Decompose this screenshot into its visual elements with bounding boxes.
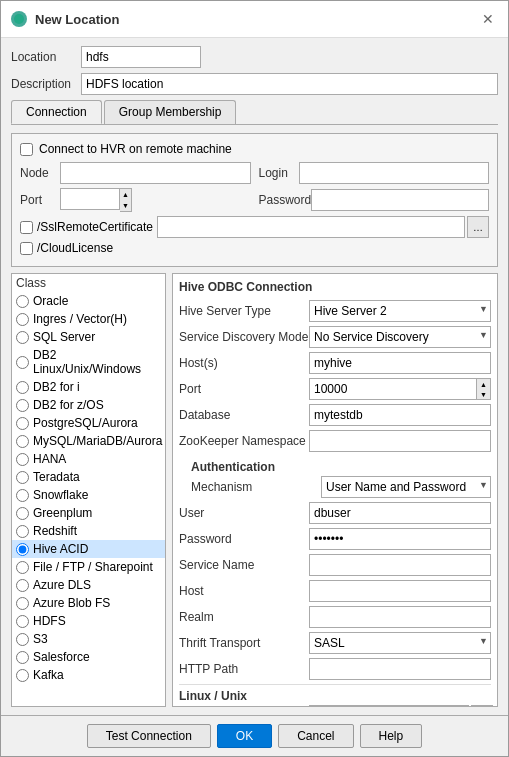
port-spin-down[interactable]: ▼ — [120, 200, 131, 211]
port-spin-buttons[interactable]: ▲ ▼ — [120, 188, 132, 212]
zookeeper-input[interactable] — [309, 430, 491, 452]
driver-mgr-browse-btn[interactable]: … — [471, 705, 493, 707]
test-connection-button[interactable]: Test Connection — [87, 724, 211, 748]
thrift-select[interactable]: SASL HTTP Binary — [309, 632, 491, 654]
discovery-select[interactable]: No Service Discovery ZooKeeper — [309, 326, 491, 348]
class-radio-mysql[interactable] — [16, 435, 29, 448]
class-radio-azure-dls[interactable] — [16, 579, 29, 592]
ssl-cert-browse-btn[interactable]: … — [467, 216, 489, 238]
class-item-file-ftp[interactable]: File / FTP / Sharepoint — [12, 558, 165, 576]
cloud-license-checkbox[interactable] — [20, 242, 33, 255]
tab-connection[interactable]: Connection — [11, 100, 102, 124]
main-area: Class Oracle Ingres / Vector(H) SQL Serv… — [11, 273, 498, 707]
help-button[interactable]: Help — [360, 724, 423, 748]
discovery-label: Service Discovery Mode — [179, 330, 309, 344]
remote-checkbox-row: Connect to HVR on remote machine — [20, 142, 489, 156]
thrift-label: Thrift Transport — [179, 636, 309, 650]
class-item-ingres[interactable]: Ingres / Vector(H) — [12, 310, 165, 328]
class-item-azure-dls[interactable]: Azure DLS — [12, 576, 165, 594]
port-spinbox: ▲ ▼ — [60, 188, 132, 212]
password-input[interactable] — [311, 189, 489, 211]
class-radio-s3[interactable] — [16, 633, 29, 646]
user-input[interactable] — [309, 502, 491, 524]
class-radio-snowflake[interactable] — [16, 489, 29, 502]
class-radio-redshift[interactable] — [16, 525, 29, 538]
class-item-oracle[interactable]: Oracle — [12, 292, 165, 310]
hive-password-row: Password — [179, 528, 491, 550]
remote-checkbox[interactable] — [20, 143, 33, 156]
discovery-select-wrap: No Service Discovery ZooKeeper — [309, 326, 491, 348]
class-item-db2-linux[interactable]: DB2 Linux/Unix/Windows — [12, 346, 165, 378]
class-radio-teradata[interactable] — [16, 471, 29, 484]
class-item-snowflake[interactable]: Snowflake — [12, 486, 165, 504]
class-item-db2-z[interactable]: DB2 for z/OS — [12, 396, 165, 414]
http-path-label: HTTP Path — [179, 662, 309, 676]
class-item-kafka[interactable]: Kafka — [12, 666, 165, 684]
class-item-azure-blob[interactable]: Azure Blob FS — [12, 594, 165, 612]
class-item-salesforce[interactable]: Salesforce — [12, 648, 165, 666]
login-pair: Login — [259, 162, 490, 184]
remote-checkbox-label: Connect to HVR on remote machine — [39, 142, 232, 156]
class-radio-hive-acid[interactable] — [16, 543, 29, 556]
class-radio-hana[interactable] — [16, 453, 29, 466]
database-label: Database — [179, 408, 309, 422]
hive-host-input[interactable] — [309, 580, 491, 602]
class-item-teradata[interactable]: Teradata — [12, 468, 165, 486]
port-input[interactable] — [60, 188, 120, 210]
hive-password-label: Password — [179, 532, 309, 546]
database-input[interactable] — [309, 404, 491, 426]
class-item-postgresql[interactable]: PostgreSQL/Aurora — [12, 414, 165, 432]
ssl-cert-input[interactable] — [157, 216, 465, 238]
class-radio-postgresql[interactable] — [16, 417, 29, 430]
cancel-button[interactable]: Cancel — [278, 724, 353, 748]
hive-port-spin-up[interactable]: ▲ — [477, 379, 490, 389]
description-input[interactable] — [81, 73, 498, 95]
login-input[interactable] — [299, 162, 490, 184]
user-label: User — [179, 506, 309, 520]
class-radio-db2-i[interactable] — [16, 381, 29, 394]
class-item-sql-server[interactable]: SQL Server — [12, 328, 165, 346]
title-bar: New Location ✕ — [1, 1, 508, 38]
mechanism-select[interactable]: User Name and Password Kerberos None — [321, 476, 491, 498]
svg-point-0 — [14, 14, 24, 24]
port-spin-up[interactable]: ▲ — [120, 189, 131, 200]
http-path-input[interactable] — [309, 658, 491, 680]
class-item-redshift[interactable]: Redshift — [12, 522, 165, 540]
class-radio-oracle[interactable] — [16, 295, 29, 308]
class-radio-hdfs[interactable] — [16, 615, 29, 628]
server-type-row: Hive Server Type Hive Server 2 Hive Serv… — [179, 300, 491, 322]
location-name-input[interactable] — [81, 46, 201, 68]
class-item-s3[interactable]: S3 — [12, 630, 165, 648]
class-radio-ingres[interactable] — [16, 313, 29, 326]
class-radio-azure-blob[interactable] — [16, 597, 29, 610]
class-radio-file-ftp[interactable] — [16, 561, 29, 574]
class-item-mysql[interactable]: MySQL/MariaDB/Aurora — [12, 432, 165, 450]
class-radio-db2-z[interactable] — [16, 399, 29, 412]
class-item-hive-acid[interactable]: Hive ACID — [12, 540, 165, 558]
close-button[interactable]: ✕ — [478, 9, 498, 29]
node-input[interactable] — [60, 162, 251, 184]
ok-button[interactable]: OK — [217, 724, 272, 748]
server-type-select[interactable]: Hive Server 2 Hive Server 1 — [309, 300, 491, 322]
hive-port-input[interactable] — [309, 378, 477, 400]
realm-input[interactable] — [309, 606, 491, 628]
hosts-input[interactable] — [309, 352, 491, 374]
class-item-hdfs[interactable]: HDFS — [12, 612, 165, 630]
class-radio-salesforce[interactable] — [16, 651, 29, 664]
thrift-row: Thrift Transport SASL HTTP Binary — [179, 632, 491, 654]
class-radio-sql-server[interactable] — [16, 331, 29, 344]
hive-password-input[interactable] — [309, 528, 491, 550]
class-radio-db2-linux[interactable] — [16, 356, 29, 369]
service-name-input[interactable] — [309, 554, 491, 576]
class-radio-kafka[interactable] — [16, 669, 29, 682]
class-item-db2-i[interactable]: DB2 for i — [12, 378, 165, 396]
tab-group-membership[interactable]: Group Membership — [104, 100, 237, 124]
class-radio-greenplum[interactable] — [16, 507, 29, 520]
ssl-cert-checkbox[interactable] — [20, 221, 33, 234]
hosts-row: Host(s) — [179, 352, 491, 374]
class-item-greenplum[interactable]: Greenplum — [12, 504, 165, 522]
hive-port-spin-buttons[interactable]: ▲ ▼ — [477, 378, 491, 400]
driver-mgr-input[interactable] — [309, 705, 469, 707]
class-item-hana[interactable]: HANA — [12, 450, 165, 468]
hive-port-spin-down[interactable]: ▼ — [477, 389, 490, 399]
